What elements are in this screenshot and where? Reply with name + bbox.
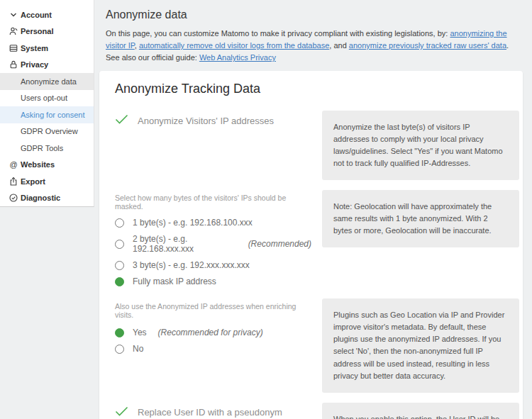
anonymize-tracking-data-card: Anonymize Tracking Data Anonymize Visito…: [99, 71, 523, 419]
radio-label: Fully mask IP address: [133, 276, 216, 286]
sidebar-item-label: System: [21, 44, 48, 52]
radio-button[interactable]: [115, 240, 124, 249]
setting-row-anonymize-ip: Anonymize Visitors' IP addresses Anonymi…: [115, 111, 519, 180]
setting-row-enrich-visits: Also use the Anonymized IP addresses whe…: [115, 298, 519, 392]
sidebar-item-label: Anonymize data: [21, 77, 77, 86]
sidebar-item-label: Export: [21, 177, 45, 186]
sidebar-item-account[interactable]: Account: [0, 6, 94, 23]
radio-label: 3 byte(s) - e.g. 192.xxx.xxx.xxx: [133, 260, 250, 270]
radio-label-suffix: (Recommended): [248, 239, 311, 249]
help-box-pseudonym: When you enable this option, the User ID…: [322, 403, 519, 419]
sidebar-item-label: Account: [21, 11, 52, 19]
check-icon: [115, 114, 128, 127]
sidebar-item-label: GDPR Overview: [21, 127, 78, 135]
radio-button[interactable]: [115, 261, 124, 270]
sidebar-item-label: Personal: [21, 27, 53, 35]
radio-fully-mask[interactable]: Fully mask IP address: [115, 276, 311, 286]
help-text: Anonymize the last byte(s) of visitors I…: [333, 121, 508, 169]
toggle-pseudonym[interactable]: Replace User ID with a pseudonym: [115, 406, 311, 419]
sidebar-item-label: Websites: [21, 160, 55, 169]
circle-check-icon: [7, 193, 20, 203]
radio-label: 2 byte(s) - e.g. 192.168.xxx.xxx: [133, 234, 237, 254]
radio-label-suffix: (Recommended for privacy): [158, 328, 263, 337]
intro-text: , and: [329, 41, 349, 50]
radio-label: 1 byte(s) - e.g. 192.168.100.xxx: [133, 218, 253, 228]
sidebar-item-anonymize-data[interactable]: Anonymize data: [0, 73, 94, 90]
sidebar-item-gdpr-overview[interactable]: GDPR Overview: [0, 123, 94, 140]
radio-2-bytes[interactable]: 2 byte(s) - e.g. 192.168.xxx.xxx(Recomme…: [115, 234, 311, 254]
sidebar-item-users-opt-out[interactable]: Users opt-out: [0, 90, 94, 107]
setting-row-pseudonym: Replace User ID with a pseudonym When yo…: [115, 403, 519, 419]
link-anonymize-raw-data[interactable]: anonymize previously tracked raw users' …: [349, 41, 506, 50]
sidebar-item-privacy[interactable]: Privacy: [0, 57, 94, 74]
radio-button[interactable]: [115, 345, 124, 354]
sidebar-item-personal[interactable]: Personal: [0, 23, 94, 40]
radio-1-byte[interactable]: 1 byte(s) - e.g. 192.168.100.xxx: [115, 218, 311, 228]
radio-label: No: [133, 344, 143, 354]
sidebar-item-label: Users opt-out: [21, 94, 67, 102]
help-text: Plugins such as Geo Location via IP and …: [333, 309, 508, 381]
card-title: Anonymize Tracking Data: [115, 82, 519, 96]
radio-button-selected[interactable]: [115, 328, 124, 337]
sidebar-item-gdpr-tools[interactable]: GDPR Tools: [0, 140, 94, 157]
person-icon: [7, 26, 20, 36]
sidebar-item-diagnostic[interactable]: Diagnostic: [0, 190, 94, 207]
toggle-label: Anonymize Visitors' IP addresses: [138, 116, 274, 126]
sidebar-item-label: GDPR Tools: [21, 144, 63, 152]
page-title: Anonymize data: [106, 9, 523, 21]
radio-label: Yes: [133, 328, 147, 337]
chevron-down-icon: [7, 10, 20, 20]
sidebar-item-label: Diagnostic: [21, 194, 60, 202]
sidebar-item-export[interactable]: Export: [0, 173, 94, 190]
radio-enrich-no[interactable]: No: [115, 344, 311, 354]
intro-text: On this page, you can customize Matomo t…: [106, 29, 450, 38]
at-sign-icon: @: [7, 161, 20, 169]
help-text: Note: Geolocation will have approximatel…: [333, 201, 508, 237]
link-remove-old-logs[interactable]: automatically remove old visitor logs fr…: [139, 41, 329, 50]
check-icon: [115, 406, 128, 419]
server-icon: [7, 43, 20, 53]
help-box-geolocation: Note: Geolocation will have approximatel…: [322, 190, 519, 247]
help-box-anonymize-ip: Anonymize the last byte(s) of visitors I…: [322, 111, 519, 180]
link-web-analytics-privacy[interactable]: Web Analytics Privacy: [199, 53, 276, 62]
export-arrow-icon: [7, 177, 20, 186]
toggle-anonymize-ip[interactable]: Anonymize Visitors' IP addresses: [115, 114, 311, 127]
intro-paragraph: On this page, you can customize Matomo t…: [106, 28, 521, 64]
main-content: Anonymize data On this page, you can cus…: [94, 0, 532, 419]
radio-enrich-yes[interactable]: Yes(Recommended for privacy): [115, 328, 311, 337]
sidebar-item-asking-for-consent[interactable]: Asking for consent: [0, 106, 94, 123]
sidebar-item-label: Asking for consent: [21, 111, 85, 119]
lock-icon: [7, 60, 20, 69]
toggle-label: Replace User ID with a pseudonym: [138, 407, 282, 418]
settings-sidebar: Account Personal System Privacy Anonymiz…: [0, 0, 94, 207]
radio-group-label: Select how many bytes of the visitors' I…: [115, 194, 311, 211]
sidebar-item-websites[interactable]: @ Websites: [0, 157, 94, 174]
help-box-plugins: Plugins such as Geo Location via IP and …: [322, 298, 519, 392]
radio-button-selected[interactable]: [115, 277, 124, 286]
sidebar-item-label: Privacy: [21, 60, 48, 69]
sidebar-item-system[interactable]: System: [0, 40, 94, 57]
radio-button[interactable]: [115, 218, 124, 228]
radio-group-label: Also use the Anonymized IP addresses whe…: [115, 302, 311, 319]
setting-row-bytes-masked: Select how many bytes of the visitors' I…: [115, 190, 519, 293]
help-text: When you enable this option, the User ID…: [333, 413, 508, 419]
radio-3-bytes[interactable]: 3 byte(s) - e.g. 192.xxx.xxx.xxx: [115, 260, 311, 270]
